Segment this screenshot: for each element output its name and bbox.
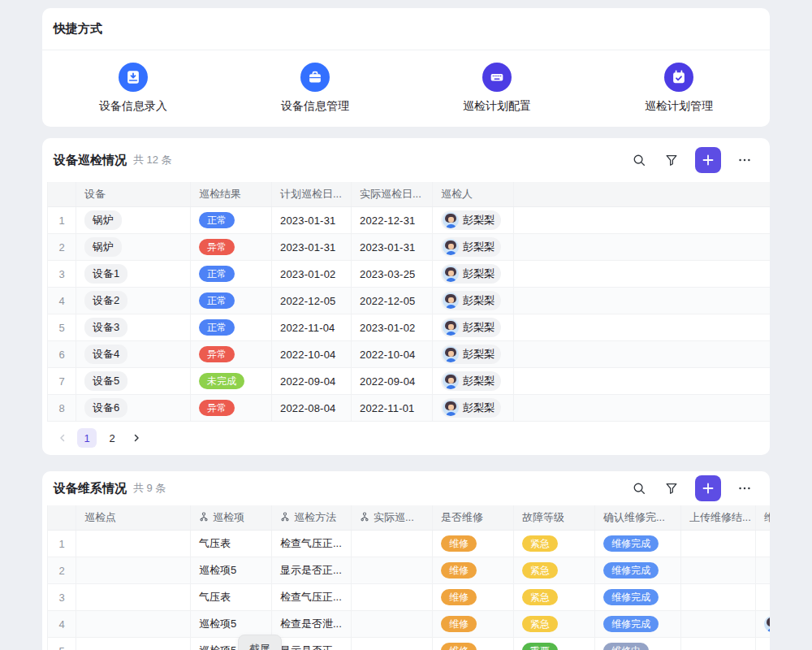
column-header-result[interactable]: 巡检结果 [191, 182, 272, 206]
more-icon[interactable] [732, 148, 757, 172]
shortcut-plan-manage[interactable]: 巡检计划管理 [588, 63, 770, 114]
column-header-repair[interactable]: 是否维修 [433, 505, 514, 530]
column-header-empty [514, 182, 770, 206]
filter-icon[interactable] [659, 476, 684, 500]
table-row[interactable]: 8 设备6 异常 2022-08-04 2022-11-01 彭梨梨 [48, 395, 770, 422]
repair-cell: 维修 [433, 531, 514, 557]
repair-cell: 维修 [433, 557, 514, 583]
shortcut-device-entry[interactable]: 设备信息录入 [42, 63, 224, 114]
item-cell: 气压表 [191, 584, 272, 610]
prev-page-icon[interactable] [54, 428, 71, 448]
table-row[interactable]: 5 设备3 正常 2022-11-04 2023-01-02 彭梨梨 [48, 314, 770, 341]
person-name: 彭梨梨 [463, 266, 495, 281]
table-row[interactable]: 5 巡检项5 显示是否正... 维修 重要 维修中 [48, 638, 770, 650]
device-cell: 设备2 [76, 288, 191, 314]
person-name: 彭梨梨 [463, 240, 495, 254]
column-header-method[interactable]: 巡检方法 [272, 505, 352, 530]
table-row[interactable]: 2 锅炉 异常 2023-01-31 2023-01-31 彭梨梨 [48, 234, 770, 261]
avatar [443, 373, 459, 389]
row-number: 4 [48, 611, 76, 637]
actual-date-cell: 2022-11-01 [352, 395, 433, 421]
add-record-button[interactable] [695, 147, 721, 173]
filter-icon[interactable] [659, 148, 684, 172]
screenshot-tooltip: 截屏 [238, 635, 282, 650]
actual-cell [352, 611, 433, 637]
status-pill: 异常 [199, 239, 235, 255]
row-number: 3 [48, 261, 76, 287]
point-cell [76, 611, 191, 637]
device-chip: 锅炉 [84, 237, 122, 257]
method-cell: 检查是否泄... [272, 611, 352, 637]
column-header-clipped[interactable]: 维 [756, 505, 770, 530]
next-page-icon[interactable] [127, 428, 145, 448]
shortcut-label: 设备信息录入 [99, 99, 167, 114]
table-row[interactable]: 1 气压表 检查气压正... 维修 紧急 维修完成 [48, 531, 770, 557]
status-pill: 异常 [199, 400, 235, 416]
upload-cell [681, 638, 756, 650]
shortcuts-title: 快捷方式 [54, 21, 102, 37]
search-icon[interactable] [627, 476, 651, 500]
avatar [443, 266, 459, 282]
inspection-title: 设备巡检情况 [54, 153, 127, 168]
status-pill: 正常 [199, 212, 235, 228]
column-header-person[interactable]: 巡检人 [433, 182, 514, 206]
page-button-1[interactable]: 1 [77, 428, 97, 448]
table-row[interactable]: 4 设备2 正常 2022-12-05 2022-12-05 彭梨梨 [48, 288, 770, 314]
level-cell: 紧急 [514, 557, 595, 583]
table-row[interactable]: 3 设备1 正常 2023-01-02 2023-03-25 彭梨梨 [48, 261, 770, 288]
table-row[interactable]: 2 巡检项5 显示是否正... 维修 紧急 维修完成 [48, 557, 770, 584]
table-row[interactable]: 6 设备4 异常 2022-10-04 2022-10-04 彭梨梨 [48, 341, 770, 368]
planned-date-cell: 2022-08-04 [272, 395, 352, 421]
point-cell [76, 638, 191, 650]
column-header-upload[interactable]: 上传维修结... [681, 505, 756, 530]
column-header-item[interactable]: 巡检项 [191, 505, 272, 530]
shortcut-plan-config[interactable]: 巡检计划配置 [406, 63, 588, 114]
upload-cell [681, 531, 756, 557]
item-cell: 气压表 [191, 531, 272, 557]
column-header-device[interactable]: 设备 [76, 182, 191, 206]
table-row[interactable]: 1 锅炉 正常 2023-01-31 2022-12-31 彭梨梨 [48, 207, 770, 234]
device-cell: 设备1 [76, 261, 191, 287]
device-chip: 设备4 [84, 344, 127, 364]
column-header-planned[interactable]: 计划巡检日... [272, 182, 352, 206]
avatar [443, 292, 459, 309]
column-header-actual[interactable]: 实际巡... [352, 505, 433, 530]
empty-cell [514, 341, 770, 367]
maintenance-card: 设备维系情况 共 9 条 巡检点 巡检项 巡检方法 实际巡... 是否维修 故障… [42, 471, 770, 650]
confirm-cell: 维修完成 [595, 557, 681, 583]
clipped-cell [756, 584, 770, 610]
level-pill: 紧急 [522, 616, 558, 632]
column-header-confirm[interactable]: 确认维修完... [595, 505, 681, 530]
status-pill: 异常 [199, 346, 235, 362]
column-label: 巡检方法 [294, 510, 336, 525]
clipped-cell [756, 638, 770, 650]
column-header-point[interactable]: 巡检点 [76, 505, 191, 530]
actual-date-cell: 2023-01-31 [352, 234, 433, 260]
row-number: 7 [48, 368, 76, 394]
inspection-table: 设备 巡检结果 计划巡检日... 实际巡检日... 巡检人 1 锅炉 正常 20… [47, 182, 770, 422]
confirm-pill: 维修完成 [603, 616, 659, 632]
table-row[interactable]: 3 气压表 检查气压正... 维修 紧急 维修完成 [48, 584, 770, 611]
add-record-button[interactable] [695, 475, 721, 501]
column-header-actual[interactable]: 实际巡检日... [352, 182, 433, 206]
table-row[interactable]: 4 巡检项5 检查是否泄... 维修 紧急 维修完成 [48, 611, 770, 638]
inspection-card: 设备巡检情况 共 12 条 设备 巡检结果 计划巡检日... 实际巡检日... … [42, 138, 770, 455]
column-header-level[interactable]: 故障等级 [514, 505, 595, 530]
column-label: 巡检项 [213, 510, 244, 525]
device-chip: 设备5 [84, 371, 127, 391]
calendar-check-icon [664, 63, 693, 92]
shortcut-device-manage[interactable]: 设备信息管理 [224, 63, 406, 114]
pagination: 1 2 [42, 422, 770, 454]
empty-cell [514, 288, 770, 314]
repair-pill: 维修 [441, 643, 477, 650]
more-icon[interactable] [732, 476, 757, 500]
row-number: 5 [48, 314, 76, 340]
table-row[interactable]: 7 设备5 未完成 2022-09-04 2022-09-04 彭梨梨 [48, 368, 770, 395]
page-button-2[interactable]: 2 [102, 428, 122, 448]
status-pill: 未完成 [199, 373, 244, 389]
search-icon[interactable] [627, 148, 651, 172]
actual-date-cell: 2022-09-04 [352, 368, 433, 394]
maintenance-count: 共 9 条 [133, 481, 166, 496]
item-cell: 巡检项5 [191, 611, 272, 637]
empty-cell [514, 207, 770, 233]
